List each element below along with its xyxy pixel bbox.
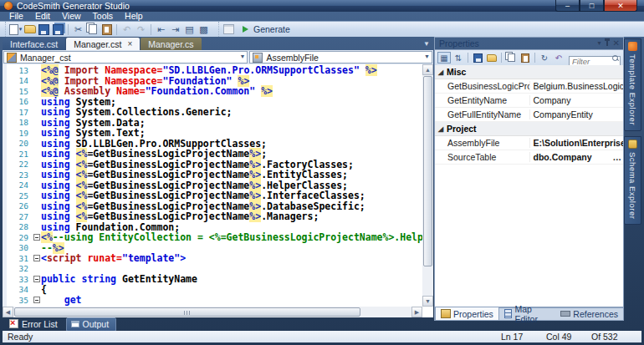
menu-edit[interactable]: Edit — [29, 12, 56, 21]
tab-references[interactable]: References — [555, 307, 623, 320]
code-line[interactable]: 14<%@ Import Namespace="Foundation" %> — [7, 76, 422, 87]
tab-manager-cs[interactable]: Manager.cs — [141, 38, 201, 50]
reset-button[interactable]: ↶ — [552, 52, 565, 63]
code-line[interactable]: 33public string GetEntityName — [7, 274, 422, 285]
types-dropdown[interactable]: Manager_cst ▼ — [3, 51, 248, 63]
property-row[interactable]: AssemblyFileE:\Solution\Enterprise Solut… — [435, 136, 623, 150]
scroll-down-icon[interactable]: ▼ — [422, 296, 433, 307]
fold-collapse-icon[interactable] — [33, 234, 40, 241]
fold-collapse-icon[interactable] — [33, 255, 40, 261]
compile-button[interactable] — [222, 23, 236, 36]
code-line[interactable]: 35 get — [7, 295, 422, 306]
close-tab-icon[interactable]: × — [127, 39, 132, 48]
sidebar-tab-schema-explorer[interactable]: Schema Explorer — [624, 136, 641, 225]
code-line[interactable]: 18using System.Data; — [7, 118, 422, 129]
tab-output[interactable]: Output — [66, 317, 117, 332]
code-line[interactable]: 29<%--using EntityCollection = <%=GetBus… — [7, 232, 422, 243]
code-line[interactable]: 28using Foundation.Common; — [7, 222, 422, 233]
editor-vertical-scrollbar[interactable]: ▲ ▼ — [422, 64, 433, 307]
redo-button[interactable]: ↷ — [134, 23, 148, 36]
property-row[interactable]: GetEntityNameCompany — [435, 94, 623, 108]
tab-properties[interactable]: Properties — [435, 307, 499, 320]
new-file-dropdown-icon[interactable]: ▾ — [19, 26, 23, 33]
code-line[interactable]: 22using <%=GetBusinessLogicProjectName%>… — [7, 160, 422, 170]
property-category[interactable]: ◢Project — [435, 122, 623, 136]
menu-tools[interactable]: Tools — [87, 12, 120, 21]
scroll-left-icon[interactable]: ◀ — [3, 307, 13, 317]
members-dropdown[interactable]: AssemblyFile ▼ — [249, 51, 432, 63]
outdent-button[interactable]: ⇤ — [154, 23, 168, 36]
tab-list-dropdown-icon[interactable]: ▼ — [423, 40, 433, 50]
code-line[interactable]: 34{ — [7, 285, 422, 296]
open-button[interactable] — [23, 23, 37, 36]
property-row[interactable]: GetBusinessLogicProjectNameBelgium.Busin… — [435, 79, 623, 94]
code-line[interactable]: 26using <%=GetBusinessLogicProjectName%>… — [7, 201, 422, 212]
chevron-down-icon[interactable]: ▼ — [424, 53, 430, 59]
generate-label[interactable]: Generate — [253, 24, 295, 34]
close-panel-icon[interactable]: ✕ — [613, 39, 620, 48]
code-line[interactable]: 25using <%=GetBusinessLogicProjectName%>… — [7, 190, 422, 201]
menu-file[interactable]: File — [3, 12, 29, 21]
tab-interface-cst[interactable]: Interface.cst — [3, 38, 65, 50]
paste-properties-button[interactable] — [519, 52, 532, 63]
code-line[interactable]: 16using System; — [7, 97, 422, 108]
indent-button[interactable]: ⇥ — [168, 23, 182, 36]
code-line[interactable]: 21using <%=GetBusinessLogicProjectName%>… — [7, 149, 422, 160]
horizontal-scroll-thumb[interactable] — [14, 307, 360, 317]
property-row[interactable]: SourceTabledbo.Company… — [435, 150, 623, 165]
scroll-up-icon[interactable]: ▲ — [422, 64, 433, 75]
comment-button[interactable]: ▤ — [182, 23, 197, 36]
browse-ellipsis-button[interactable]: … — [613, 152, 622, 162]
code-line[interactable]: 24using <%=GetBusinessLogicProjectName%>… — [7, 180, 422, 191]
scroll-right-icon[interactable]: ▶ — [411, 307, 422, 317]
code-line[interactable]: 32 — [7, 264, 422, 275]
bookmark-button[interactable]: ▩ — [197, 23, 211, 36]
fold-collapse-icon[interactable] — [33, 297, 40, 303]
undo-button[interactable]: ↶ — [120, 23, 134, 36]
tab-manager-cst[interactable]: Manager.cst× — [66, 38, 140, 50]
category-expand-icon[interactable]: ◢ — [435, 125, 447, 133]
paste-button[interactable] — [100, 23, 114, 36]
property-value[interactable]: E:\Solution\Enterprise Solution\Bu ... — [529, 138, 624, 148]
generate-button[interactable] — [236, 23, 250, 36]
categorized-view-button[interactable]: ▦ — [437, 52, 451, 63]
code-line[interactable]: 30--%> — [7, 243, 422, 254]
sidebar-tab-template-explorer[interactable]: Template Explorer — [624, 38, 641, 131]
code-line[interactable]: 15<%@ Assembly Name="Foundation.Common" … — [7, 86, 422, 97]
fold-collapse-icon[interactable] — [33, 276, 40, 282]
code-area[interactable]: 13<%@ Import Namespace="SD.LLBLGen.Pro.O… — [3, 64, 422, 307]
minimize-button[interactable]: – — [555, 0, 580, 12]
code-line[interactable]: 17using System.Collections.Generic; — [7, 107, 422, 118]
property-row[interactable]: GetFullEntityNameCompanyEntity — [435, 108, 623, 122]
property-value[interactable]: Company — [529, 95, 624, 105]
save-all-button[interactable] — [51, 23, 65, 36]
alphabetical-sort-button[interactable]: ⇅ — [452, 52, 465, 63]
menu-view[interactable]: View — [56, 12, 87, 21]
copy-button[interactable] — [85, 23, 100, 36]
property-value[interactable]: dbo.Company — [529, 152, 624, 162]
close-button[interactable]: ✕ — [604, 0, 637, 12]
editor-horizontal-scrollbar[interactable]: ◀ ▶ — [3, 307, 422, 317]
pin-icon[interactable] — [606, 41, 608, 46]
property-value[interactable]: CompanyEntity — [529, 109, 624, 119]
title-bar[interactable]: CodeSmith Generator Studio – □ ✕ — [0, 0, 644, 12]
tab-error-list[interactable]: Error List — [5, 318, 64, 331]
copy-properties-button[interactable] — [504, 52, 518, 63]
chevron-down-icon[interactable]: ▼ — [239, 53, 245, 59]
window-position-icon[interactable]: ▾ — [598, 40, 601, 47]
code-line[interactable]: 13<%@ Import Namespace="SD.LLBLGen.Pro.O… — [7, 65, 422, 76]
code-line[interactable]: 23using <%=GetBusinessLogicProjectName%>… — [7, 170, 422, 180]
code-line[interactable]: 27using <%=GetBusinessLogicProjectName%>… — [7, 211, 422, 222]
new-file-button[interactable]: ▾ — [8, 23, 23, 36]
load-properties-button[interactable] — [485, 52, 498, 63]
tab-map-editor[interactable]: Map Editor — [499, 307, 555, 320]
code-line[interactable]: 20using SD.LLBLGen.Pro.ORMSupportClasses… — [7, 139, 422, 150]
menu-help[interactable]: Help — [119, 12, 149, 21]
vertical-scroll-thumb[interactable] — [423, 76, 432, 266]
properties-title-bar[interactable]: Properties ▾ ✕ — [434, 37, 624, 50]
save-button[interactable] — [37, 23, 51, 36]
property-category[interactable]: ◢Misc — [435, 65, 623, 79]
refresh-button[interactable]: ↻ — [538, 52, 551, 63]
code-line[interactable]: 31<script runat="template"> — [7, 253, 422, 264]
cut-button[interactable]: ✂ — [71, 23, 85, 36]
